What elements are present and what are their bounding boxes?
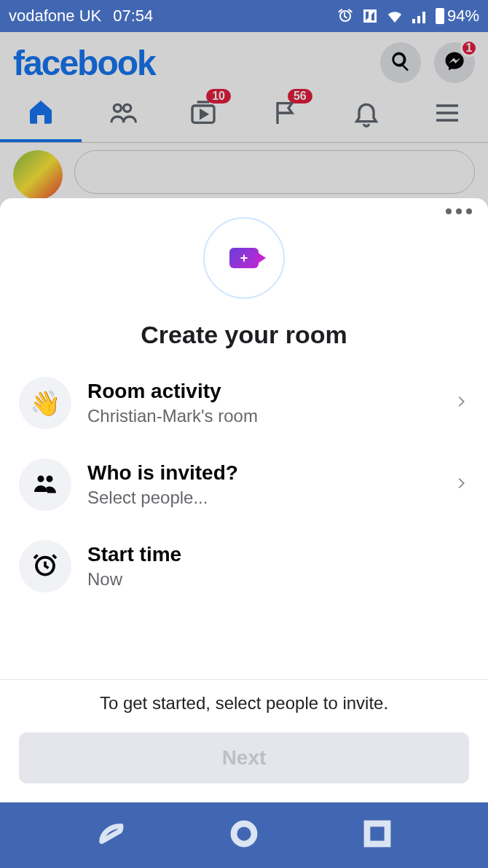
- friends-icon: [108, 98, 137, 130]
- status-prompt[interactable]: [74, 150, 475, 194]
- story-avatar[interactable]: [13, 150, 63, 200]
- tab-flag[interactable]: 56: [244, 86, 326, 142]
- flag-badge: 56: [288, 89, 312, 103]
- hamburger-icon: [433, 98, 462, 130]
- messenger-badge: 1: [460, 39, 478, 57]
- tab-menu[interactable]: [406, 86, 488, 142]
- alarm-icon: [337, 7, 354, 25]
- battery-indicator: 94%: [436, 7, 479, 26]
- start-time-label: Start time: [87, 543, 469, 566]
- battery-icon: [436, 8, 444, 24]
- tab-home[interactable]: [0, 86, 82, 142]
- tab-watch[interactable]: 10: [162, 86, 244, 142]
- people-icon: [32, 470, 58, 499]
- sheet-title: Create your room: [141, 321, 347, 349]
- svg-point-0: [114, 104, 121, 112]
- clock-label: 07:54: [113, 7, 153, 26]
- next-button[interactable]: Next: [19, 732, 469, 783]
- video-plus-icon: +: [229, 248, 259, 268]
- navigation-tabs: 10 56: [0, 86, 488, 143]
- tab-friends[interactable]: [82, 86, 163, 142]
- svg-point-4: [234, 824, 254, 844]
- chevron-right-icon: [453, 475, 469, 494]
- clock-icon: [32, 552, 58, 581]
- battery-percent: 94%: [447, 7, 479, 26]
- room-activity-label: Room activity: [87, 380, 437, 403]
- home-icon: [26, 97, 55, 129]
- nav-home-button[interactable]: [229, 818, 259, 852]
- svg-point-1: [123, 104, 130, 112]
- create-room-sheet: + Create your room 👋 Room activity Chris…: [0, 198, 488, 802]
- nfc-icon: [361, 7, 379, 25]
- who-invited-row[interactable]: Who is invited? Select people...: [19, 444, 469, 525]
- background-app: facebook 1: [0, 32, 488, 210]
- svg-rect-5: [367, 824, 387, 844]
- start-time-value: Now: [87, 569, 469, 590]
- chevron-right-icon: [453, 394, 469, 413]
- signal-icon: [411, 7, 428, 25]
- android-nav-bar: [0, 802, 488, 868]
- more-icon: [446, 208, 452, 214]
- who-invited-value: Select people...: [87, 488, 437, 508]
- facebook-logo: facebook: [13, 43, 155, 83]
- start-time-row[interactable]: Start time Now: [19, 525, 469, 607]
- room-activity-value: Christian-Mark's room: [87, 406, 437, 426]
- who-invited-label: Who is invited?: [87, 461, 437, 485]
- more-options-button[interactable]: [446, 208, 472, 214]
- carrier-label: vodafone UK: [9, 7, 101, 26]
- hint-text: To get started, select people to invite.: [19, 693, 469, 713]
- watch-badge: 10: [206, 89, 231, 103]
- messenger-button[interactable]: 1: [434, 42, 475, 83]
- nav-back-button[interactable]: [95, 818, 126, 852]
- wave-icon: 👋: [30, 388, 60, 418]
- search-icon: [390, 50, 412, 75]
- wifi-icon: [386, 7, 404, 25]
- bell-icon: [352, 98, 381, 130]
- create-room-hero-icon: +: [203, 217, 285, 299]
- search-button[interactable]: [380, 42, 421, 83]
- nav-recents-button[interactable]: [362, 818, 393, 852]
- room-activity-row[interactable]: 👋 Room activity Christian-Mark's room: [19, 362, 469, 444]
- android-status-bar: vodafone UK 07:54 94%: [0, 0, 488, 32]
- tab-notifications[interactable]: [326, 86, 407, 142]
